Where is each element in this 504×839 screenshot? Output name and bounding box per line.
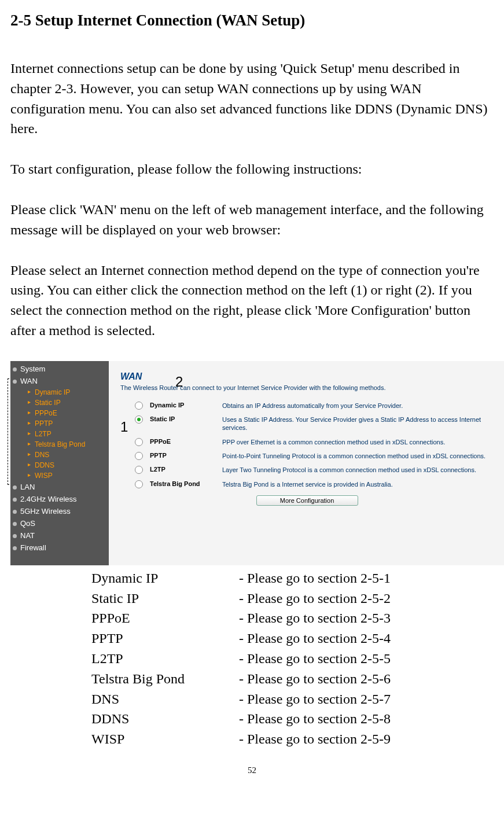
sidebar-sub-wisp[interactable]: WISP: [10, 470, 109, 481]
ref-name: Telstra Big Pond: [91, 669, 239, 689]
option-label: PPTP: [150, 452, 222, 459]
callout-label-2: 2: [175, 374, 183, 390]
sidebar-item-qos[interactable]: QoS: [10, 517, 109, 529]
sidebar-sub-dynamic-ip[interactable]: Dynamic IP: [10, 387, 109, 398]
radio-l2tp[interactable]: [135, 466, 143, 474]
sidebar-item-wan[interactable]: WAN: [10, 375, 109, 387]
radio-telstra[interactable]: [135, 480, 143, 488]
sidebar-sub-ddns[interactable]: DDNS: [10, 460, 109, 470]
callout-label-1: 1: [120, 419, 128, 435]
option-desc: PPP over Ethernet is a common connection…: [222, 438, 494, 446]
ref-name: L2TP: [91, 649, 239, 669]
ref-row: PPPoE - Please go to section 2-5-3: [91, 608, 494, 628]
option-label: Static IP: [150, 415, 222, 422]
sidebar-sub-pptp[interactable]: PPTP: [10, 418, 109, 429]
sidebar-item-system[interactable]: System: [10, 363, 109, 375]
ref-row: DDNS - Please go to section 2-5-8: [91, 709, 494, 729]
ref-name: Static IP: [91, 588, 239, 609]
sidebar-item-5ghz[interactable]: 5GHz Wireless: [10, 505, 109, 517]
option-row-static-ip: Static IP Uses a Static IP Address. Your…: [120, 415, 494, 432]
sidebar-sub-l2tp[interactable]: L2TP: [10, 429, 109, 439]
radio-pptp[interactable]: [135, 452, 143, 460]
ref-section: - Please go to section 2-5-8: [239, 709, 391, 729]
option-desc: Obtains an IP Address automatically from…: [222, 402, 494, 410]
ref-name: WISP: [91, 729, 239, 749]
radio-dynamic-ip[interactable]: [135, 402, 143, 410]
ref-name: PPTP: [91, 628, 239, 649]
option-row-pptp: PPTP Point-to-Point Tunneling Protocol i…: [120, 452, 494, 460]
section-reference-list: Dynamic IP - Please go to section 2-5-1 …: [91, 568, 494, 749]
sidebar-sub-pppoe[interactable]: PPPoE: [10, 408, 109, 418]
radio-pppoe[interactable]: [135, 438, 143, 446]
option-desc: Point-to-Point Tunneling Protocol is a c…: [222, 452, 494, 460]
ref-name: PPPoE: [91, 608, 239, 628]
ref-name: DDNS: [91, 709, 239, 729]
sidebar-sub-static-ip[interactable]: Static IP: [10, 398, 109, 408]
option-desc: Layer Two Tunneling Protocol is a common…: [222, 466, 494, 474]
sidebar-sub-telstra[interactable]: Telstra Big Pond: [10, 439, 109, 450]
sidebar-sub-dns[interactable]: DNS: [10, 450, 109, 460]
sidebar-nav: System WAN Dynamic IP Static IP PPPoE PP…: [10, 361, 109, 565]
ref-row: Static IP - Please go to section 2-5-2: [91, 588, 494, 609]
ref-row: PPTP - Please go to section 2-5-4: [91, 628, 494, 649]
option-desc: Uses a Static IP Address. Your Service P…: [222, 415, 494, 432]
intro-paragraph-3: Please click 'WAN' menu on the left of w…: [10, 200, 494, 240]
option-label: Dynamic IP: [150, 402, 222, 409]
ref-section: - Please go to section 2-5-4: [239, 628, 391, 649]
ref-section: - Please go to section 2-5-3: [239, 608, 391, 628]
intro-paragraph-2: To start configuration, please follow th…: [10, 159, 494, 179]
ref-section: - Please go to section 2-5-5: [239, 649, 391, 669]
page-number: 52: [10, 766, 494, 775]
option-row-telstra: Telstra Big Pond Telstra Big Pond is a I…: [120, 480, 494, 488]
sidebar-item-lan[interactable]: LAN: [10, 481, 109, 493]
ref-row: Dynamic IP - Please go to section 2-5-1: [91, 568, 494, 588]
intro-paragraph-4: Please select an Internet connection met…: [10, 260, 494, 341]
router-screenshot: System WAN Dynamic IP Static IP PPPoE PP…: [10, 361, 504, 565]
sidebar-item-firewall[interactable]: Firewall: [10, 542, 109, 554]
option-label: PPPoE: [150, 438, 222, 445]
sidebar-item-nat[interactable]: NAT: [10, 529, 109, 542]
ref-section: - Please go to section 2-5-7: [239, 689, 391, 709]
ref-name: Dynamic IP: [91, 568, 239, 588]
option-row-l2tp: L2TP Layer Two Tunneling Protocol is a c…: [120, 466, 494, 474]
option-label: Telstra Big Pond: [150, 480, 222, 487]
ref-name: DNS: [91, 689, 239, 709]
ref-section: - Please go to section 2-5-1: [239, 568, 391, 588]
ref-row: Telstra Big Pond - Please go to section …: [91, 669, 494, 689]
intro-paragraph-1: Internet connections setup can be done b…: [10, 58, 494, 139]
ref-row: L2TP - Please go to section 2-5-5: [91, 649, 494, 669]
option-row-pppoe: PPPoE PPP over Ethernet is a common conn…: [120, 438, 494, 446]
ref-row: DNS - Please go to section 2-5-7: [91, 689, 494, 709]
radio-static-ip[interactable]: [135, 415, 143, 424]
page-heading: 2-5 Setup Internet Connection (WAN Setup…: [10, 12, 494, 30]
option-desc: Telstra Big Pond is a Internet service i…: [222, 480, 494, 488]
sidebar-item-24ghz[interactable]: 2.4GHz Wireless: [10, 493, 109, 505]
more-configuration-button[interactable]: More Configuration: [256, 495, 358, 506]
option-row-dynamic-ip: Dynamic IP Obtains an IP Address automat…: [120, 402, 494, 410]
ref-section: - Please go to section 2-5-6: [239, 669, 391, 689]
ref-section: - Please go to section 2-5-9: [239, 729, 391, 749]
wan-panel: WAN The Wireless Router can connect to y…: [109, 361, 504, 565]
ref-row: WISP - Please go to section 2-5-9: [91, 729, 494, 749]
ref-section: - Please go to section 2-5-2: [239, 588, 391, 609]
option-label: L2TP: [150, 466, 222, 473]
